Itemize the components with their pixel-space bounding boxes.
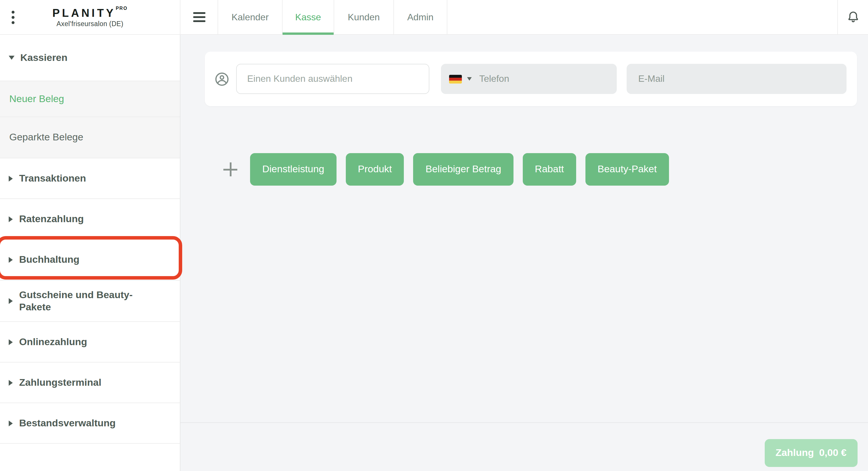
rabatt-button[interactable]: Rabatt [523,153,576,186]
sidebar-item-onlinezahlung[interactable]: Onlinezahlung [0,322,180,363]
sidebar-item-zahlungsterminal[interactable]: Zahlungsterminal [0,363,180,403]
notifications-button[interactable] [837,0,868,34]
main-nav: Kalender Kasse Kunden Admin [181,0,868,34]
tab-kasse[interactable]: Kasse [282,0,334,34]
hamburger-menu-icon[interactable] [193,10,206,24]
bell-icon [846,10,860,24]
sidebar-item-bestandsverwaltung[interactable]: Bestandsverwaltung [0,403,180,444]
tab-kalender[interactable]: Kalender [218,0,282,34]
quick-actions-row: Dienstleistung Produkt Beliebiger Betrag… [223,153,678,186]
sidebar-item-buchhaltung[interactable]: Buchhaltung [0,240,180,281]
app-root: PLANITYPRO Axel'friseursalon (DE) Kalend… [0,0,868,471]
chevron-down-icon [9,56,14,60]
chevron-right-icon [9,339,13,345]
chevron-right-icon [9,380,13,385]
person-circle-icon [214,71,230,87]
email-input[interactable] [638,74,835,84]
sidebar-item-transaktionen[interactable]: Transaktionen [0,158,180,199]
kebab-menu-icon[interactable] [11,8,14,26]
payment-button[interactable]: Zahlung 0,00 € [765,439,858,467]
produkt-button[interactable]: Produkt [346,153,404,186]
sidebar-item-gutscheine-beauty-pakete[interactable]: Gutscheine und Beauty-Pakete [0,281,180,322]
chevron-right-icon [9,420,13,426]
tab-admin[interactable]: Admin [393,0,447,34]
account-name: Axel'friseursalon (DE) [52,20,127,27]
active-tab-underline [283,32,334,35]
logo: PLANITYPRO Axel'friseursalon (DE) [52,7,127,27]
beliebiger-betrag-button[interactable]: Beliebiger Betrag [413,153,514,186]
brand-panel: PLANITYPRO Axel'friseursalon (DE) [0,0,181,34]
chevron-right-icon [9,176,13,181]
chevron-down-icon[interactable] [467,77,472,81]
main-content: Dienstleistung Produkt Beliebiger Betrag… [181,35,868,471]
sidebar: Kassieren Neuer Beleg Geparkte Belege Tr… [0,35,181,471]
sidebar-item-kassieren[interactable]: Kassieren [0,35,180,81]
tab-kunden[interactable]: Kunden [334,0,393,34]
customer-select-input[interactable] [236,64,429,94]
sidebar-item-geparkte-belege[interactable]: Geparkte Belege [0,117,180,158]
payment-label: Zahlung [775,447,814,459]
top-header: PLANITYPRO Axel'friseursalon (DE) Kalend… [0,0,868,35]
chevron-right-icon [9,216,13,222]
chevron-right-icon [9,257,13,263]
brand-pro-badge: PRO [116,5,128,11]
dienstleistung-button[interactable]: Dienstleistung [250,153,337,186]
beauty-paket-button[interactable]: Beauty-Paket [585,153,669,186]
brand-name: PLANITYPRO [52,7,127,18]
checkout-footer: Zahlung 0,00 € [181,422,868,471]
email-field [627,64,846,94]
phone-input[interactable] [479,74,609,84]
chevron-right-icon [9,298,13,304]
customer-card [205,52,857,106]
payment-amount: 0,00 € [819,447,846,459]
sidebar-item-ratenzahlung[interactable]: Ratenzahlung [0,199,180,240]
germany-flag-icon[interactable] [449,74,462,83]
sidebar-item-neuer-beleg[interactable]: Neuer Beleg [0,81,180,117]
phone-field [441,64,617,94]
plus-icon[interactable] [223,162,237,176]
